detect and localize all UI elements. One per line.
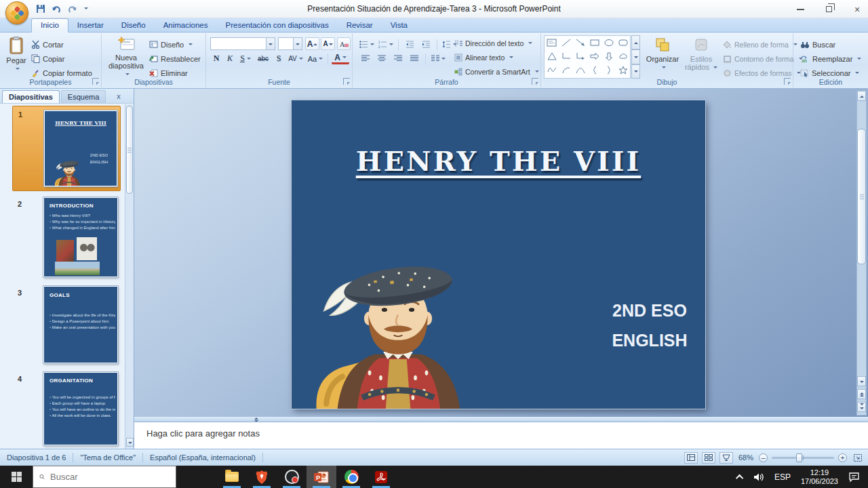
portapapeles-dialog-launcher[interactable]	[92, 78, 99, 85]
action-center-icon[interactable]	[848, 472, 860, 483]
zoom-out-button[interactable]: –	[759, 453, 768, 462]
shape-curve-icon[interactable]	[576, 66, 585, 74]
next-slide-button[interactable]	[857, 402, 866, 412]
brave-browser-icon[interactable]	[247, 466, 277, 488]
normal-view-button[interactable]	[684, 452, 698, 464]
tab-insertar[interactable]: Insertar	[68, 19, 113, 32]
shapes-gallery[interactable]	[544, 35, 631, 79]
tab-diseno[interactable]: Diseño	[113, 19, 155, 32]
font-color-button[interactable]: A	[332, 54, 349, 64]
parrafo-dialog-launcher[interactable]	[532, 78, 538, 85]
align-right-button[interactable]	[391, 52, 406, 65]
file-explorer-icon[interactable]	[217, 466, 247, 488]
language-indicator[interactable]: Español (España, internacional)	[143, 453, 262, 462]
pane-scrollbar-thumb[interactable]	[126, 106, 133, 194]
current-slide[interactable]: HENRY THE VIII 2ND ESO ENGLISH	[292, 100, 705, 409]
office-button[interactable]	[5, 1, 28, 24]
tray-expand-icon[interactable]	[736, 474, 743, 481]
slide-layout-button[interactable]: Diseño	[149, 38, 193, 51]
shape-arrow-icon[interactable]	[576, 39, 585, 47]
new-slide-button[interactable]: Nueva diapositiva	[107, 35, 145, 78]
shapes-scroll-down[interactable]	[631, 49, 640, 64]
quick-styles-button[interactable]: Estilos rápidos	[682, 35, 720, 71]
font-name-input[interactable]	[211, 40, 266, 48]
notes-pane[interactable]: Haga clic para agregar notas	[134, 422, 868, 449]
increase-indent-button[interactable]	[418, 38, 433, 51]
slide-title-textbox[interactable]: HENRY THE VIII	[292, 145, 705, 177]
shape-scribble-icon[interactable]	[547, 66, 557, 74]
font-size-combo[interactable]	[278, 37, 302, 50]
underline-button[interactable]: S	[237, 52, 254, 65]
zoom-level[interactable]: 68%	[738, 453, 753, 462]
shape-brace-left-icon[interactable]	[591, 66, 598, 75]
slide-2-thumbnail[interactable]: INTRODUCTION Who was Henry VIII? Why was…	[43, 197, 118, 277]
redo-button[interactable]	[65, 3, 79, 15]
replace-button[interactable]: ab Reemplazar	[800, 52, 861, 65]
justify-button[interactable]	[407, 52, 422, 65]
obs-studio-icon[interactable]	[277, 466, 307, 488]
text-direction-button[interactable]: Dirección del texto	[454, 37, 532, 49]
pane-close-button[interactable]: x	[114, 92, 123, 101]
grow-font-button[interactable]: A	[305, 37, 319, 50]
acrobat-icon[interactable]	[366, 466, 396, 488]
shape-triangle-icon[interactable]	[547, 52, 557, 60]
zoom-slider[interactable]	[772, 457, 834, 459]
convert-smartart-button[interactable]: Convertir a SmartArt	[454, 65, 539, 78]
canvas-scrollbar[interactable]	[856, 90, 867, 415]
slide-1-thumbnail[interactable]: HENRY THE VIII 2ND ESO ENGLISH	[44, 110, 117, 186]
numbering-button[interactable]: 12	[377, 38, 395, 51]
shape-fill-button[interactable]: Relleno de forma	[723, 38, 797, 51]
powerpoint-icon[interactable]: P	[307, 466, 336, 488]
fuente-dialog-launcher[interactable]	[343, 78, 350, 85]
slide-4-thumbnail[interactable]: ORGANITATION You will be organized in gr…	[43, 372, 118, 445]
keyboard-language[interactable]: ESP	[774, 472, 791, 482]
pane-scroll-down-button[interactable]	[126, 438, 134, 447]
font-name-caret[interactable]	[266, 38, 275, 49]
slide-subtitle-textbox[interactable]: 2ND ESO ENGLISH	[587, 301, 712, 361]
canvas-scroll-down-button[interactable]	[857, 376, 866, 386]
font-size-caret[interactable]	[293, 38, 302, 49]
font-size-input[interactable]	[279, 40, 293, 48]
pane-scrollbar[interactable]	[125, 104, 134, 449]
align-left-button[interactable]	[358, 52, 373, 65]
find-button[interactable]: Buscar	[800, 38, 835, 51]
shape-elbow-icon[interactable]	[561, 52, 571, 60]
slide-sorter-view-button[interactable]	[702, 452, 715, 464]
shape-arc-icon[interactable]	[561, 66, 571, 74]
slide-1-selected-frame[interactable]: 1 HENRY THE VIII 2ND ESO ENGLISH	[12, 106, 121, 191]
shrink-font-button[interactable]: A	[321, 37, 335, 50]
qat-customize-caret[interactable]	[81, 3, 89, 15]
minimize-button[interactable]	[795, 4, 806, 15]
arrange-button[interactable]: Organizar	[644, 35, 681, 71]
reset-slide-button[interactable]: Restablecer	[149, 52, 201, 65]
align-center-button[interactable]	[374, 52, 389, 65]
slideshow-view-button[interactable]	[719, 452, 733, 464]
cut-button[interactable]: Cortar	[31, 38, 64, 51]
pane-tab-diapositivas[interactable]: Diapositivas	[2, 90, 60, 103]
theme-name[interactable]: "Tema de Office"	[73, 453, 142, 462]
fit-to-window-button[interactable]	[851, 452, 865, 464]
chrome-icon[interactable]	[336, 466, 366, 488]
shape-brace-right-icon[interactable]	[606, 66, 612, 75]
shape-line-icon[interactable]	[561, 39, 571, 47]
search-input[interactable]	[50, 472, 170, 482]
henry-viii-image[interactable]	[305, 254, 491, 409]
align-text-button[interactable]: Alinear texto	[454, 51, 513, 64]
start-button[interactable]	[0, 466, 33, 488]
bold-button[interactable]: N	[210, 52, 222, 65]
restore-button[interactable]	[823, 4, 834, 15]
previous-slide-button[interactable]	[857, 389, 866, 399]
pane-tab-esquema[interactable]: Esquema	[61, 90, 106, 103]
save-button[interactable]	[34, 3, 47, 15]
canvas-scroll-up-button[interactable]	[857, 91, 866, 101]
taskbar-clock[interactable]: 12:19 17/06/2023	[801, 468, 838, 486]
text-shadow-button[interactable]: S	[273, 52, 285, 65]
canvas-scrollbar-thumb[interactable]	[857, 129, 866, 264]
zoom-in-button[interactable]: +	[838, 453, 847, 462]
tab-animaciones[interactable]: Animaciones	[155, 19, 217, 32]
tab-presentacion[interactable]: Presentación con diapositivas	[217, 19, 338, 32]
shape-arrow-right-icon[interactable]	[590, 52, 599, 60]
copy-button[interactable]: Copiar	[31, 52, 64, 65]
volume-icon[interactable]	[753, 472, 764, 482]
decrease-indent-button[interactable]	[402, 38, 417, 51]
